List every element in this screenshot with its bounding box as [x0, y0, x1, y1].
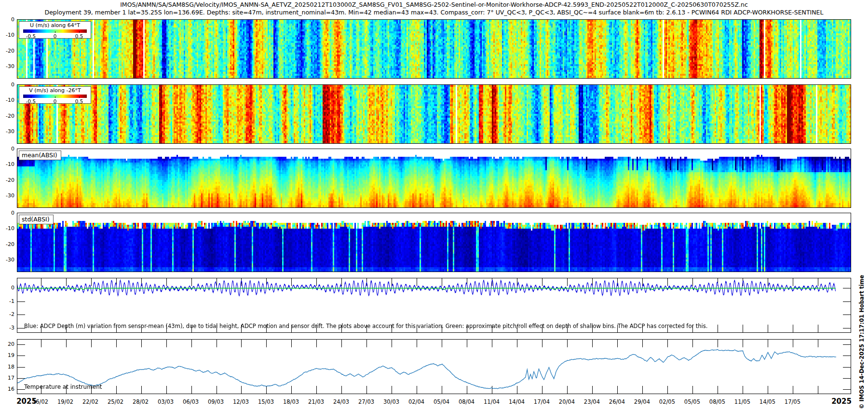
- v-velocity-heatmap-canvas: [17, 85, 851, 143]
- y-tick-label: 0: [1, 210, 14, 216]
- panel-temperature: Temperature at instrument: [17, 339, 851, 394]
- v-legend-title: V (m/s) along -26°T: [19, 87, 91, 94]
- x-axis-year-label: 2025: [831, 397, 852, 406]
- panel-u-velocity-heatmap: U (m/s) along 64°T -0.5 0 0.5: [17, 19, 851, 79]
- x-tick-label: 11/04: [484, 398, 500, 405]
- v-colorbar-legend: V (m/s) along -26°T -0.5 0 0.5: [19, 86, 91, 104]
- mean-absi-label-box: mean(ABSI): [19, 150, 61, 160]
- y-tick-label: -20: [1, 241, 14, 247]
- x-tick-label: 15/03: [258, 398, 274, 405]
- colorbar-tick-label: 0: [54, 33, 57, 39]
- y-tick-label: -30: [1, 128, 14, 135]
- x-tick-label: 09/03: [208, 398, 224, 405]
- panel-adcp-depth-variation: Blue: ADCP Depth (m) variation from sens…: [17, 278, 851, 333]
- u-colorbar-legend: U (m/s) along 64°T -0.5 0 0.5: [19, 21, 91, 39]
- figure-title-line1: IMOS/ANMN/SA/SAM8SG/Velocity/IMOS_ANMN-S…: [0, 1, 868, 8]
- colorbar-tick-label: -0.5: [26, 98, 36, 104]
- y-tick-label: 0: [1, 82, 14, 88]
- x-tick-label: 08/05: [709, 398, 725, 405]
- x-tick-label: 17/04: [534, 398, 550, 405]
- x-tick-label: 28/02: [133, 398, 149, 405]
- x-tick-label: 22/02: [82, 398, 98, 405]
- x-tick-label: 21/03: [308, 398, 324, 405]
- y-tick-label: -2: [1, 311, 14, 317]
- x-tick-label: 12/03: [233, 398, 249, 405]
- y-tick-label: 0: [1, 146, 14, 152]
- y-tick-label: -20: [1, 177, 14, 183]
- colorbar-tick-label: 0.5: [75, 33, 83, 39]
- x-tick-label: 14/04: [509, 398, 525, 405]
- x-tick-label: 02/05: [659, 398, 675, 405]
- u-colorbar-ticks: -0.5 0 0.5: [23, 33, 87, 39]
- y-tick-label: -10: [1, 32, 14, 38]
- v-colorbar-ticks: -0.5 0 0.5: [23, 98, 87, 104]
- y-tick-label: -30: [1, 192, 14, 199]
- x-tick-label: 24/03: [333, 398, 349, 405]
- temperature-label: Temperature at instrument: [24, 383, 102, 390]
- x-tick-label: 26/04: [609, 398, 625, 405]
- panel-v-velocity-heatmap: V (m/s) along -26°T -0.5 0 0.5: [17, 84, 851, 144]
- x-tick-label: 08/04: [459, 398, 475, 405]
- figure-title-line2: Deployment 39, member 1 lat=35.25S lon=1…: [0, 9, 868, 16]
- u-legend-title: U (m/s) along 64°T: [19, 22, 91, 28]
- colorbar-tick-label: -0.5: [26, 33, 36, 39]
- y-tick-label: -20: [1, 113, 14, 119]
- x-tick-label: 03/03: [158, 398, 174, 405]
- x-tick-label: 19/02: [57, 398, 73, 405]
- y-tick-label: 19: [1, 352, 14, 358]
- v-colorbar-gradient: [23, 95, 87, 98]
- y-tick-label: -20: [1, 48, 14, 54]
- panel-std-absi-heatmap: std(ABSI): [17, 213, 851, 272]
- x-tick-label: 29/04: [634, 398, 650, 405]
- x-tick-label: 23/04: [584, 398, 600, 405]
- y-tick-label: 0: [1, 285, 14, 291]
- panel-mean-absi-heatmap: mean(ABSI): [17, 149, 851, 208]
- x-tick-label: 02/04: [408, 398, 424, 405]
- temperature-line-canvas: [17, 340, 851, 394]
- y-tick-label: 0: [1, 16, 14, 23]
- y-tick-label: 20: [1, 341, 14, 347]
- y-tick-label: -30: [1, 63, 14, 69]
- x-axis-year-label: 2025: [16, 397, 37, 406]
- x-tick-label: 25/02: [108, 398, 123, 405]
- colorbar-tick-label: 0.5: [75, 98, 83, 104]
- y-tick-label: -1: [1, 298, 14, 304]
- imos-watermark: © IMOS 14-Dec-2025 17:17:01 Hobart time: [858, 275, 865, 409]
- x-tick-label: 05/04: [434, 398, 449, 405]
- colorbar-tick-label: 0: [54, 98, 57, 104]
- std-absi-label: std(ABSI): [22, 216, 50, 223]
- u-velocity-heatmap-canvas: [17, 20, 851, 78]
- x-tick-label: 17/05: [785, 398, 800, 405]
- y-tick-label: 18: [1, 364, 14, 370]
- std-absi-heatmap-canvas: [17, 213, 851, 272]
- x-tick-label: 30/03: [383, 398, 399, 405]
- y-tick-label: -3: [1, 325, 14, 331]
- depth-variation-annotation: Blue: ADCP Depth (m) variation from sens…: [24, 323, 707, 329]
- y-tick-label: -10: [1, 97, 14, 103]
- x-tick-label: 27/03: [358, 398, 374, 405]
- mean-absi-label: mean(ABSI): [22, 151, 57, 159]
- x-tick-label: 14/05: [760, 398, 775, 405]
- x-tick-label: 18/03: [283, 398, 299, 405]
- x-tick-label: 05/05: [684, 398, 700, 405]
- x-tick-label: 20/04: [559, 398, 575, 405]
- mean-absi-heatmap-canvas: [17, 149, 851, 207]
- x-tick-label: 06/03: [183, 398, 199, 405]
- y-tick-label: -30: [1, 257, 14, 263]
- y-tick-label: 17: [1, 375, 14, 381]
- y-tick-label: -10: [1, 161, 14, 167]
- y-tick-label: -10: [1, 225, 14, 232]
- y-tick-label: 16: [1, 386, 14, 392]
- u-colorbar-gradient: [23, 29, 87, 33]
- x-tick-label: 11/05: [734, 398, 750, 405]
- std-absi-label-box: std(ABSI): [19, 215, 54, 224]
